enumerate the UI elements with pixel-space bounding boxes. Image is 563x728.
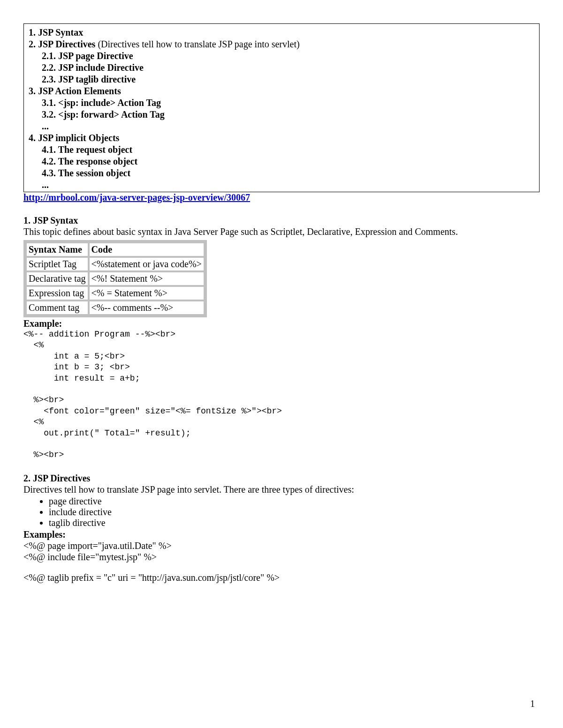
list-item: taglib directive bbox=[49, 518, 540, 528]
toc-item-3-2: 3.2. <jsp: forward> Action Tag bbox=[29, 109, 534, 120]
section-2-title: 2. JSP Directives bbox=[23, 473, 540, 484]
syntax-table: Syntax Name Code Scriptlet Tag <%stateme… bbox=[23, 240, 207, 317]
source-link-row: http://mrbool.com/java-server-pages-jsp-… bbox=[23, 192, 540, 203]
source-link[interactable]: http://mrbool.com/java-server-pages-jsp-… bbox=[23, 192, 250, 203]
table-row: Expression tag <% = Statement %> bbox=[27, 287, 204, 301]
examples-label: Examples: bbox=[23, 529, 540, 540]
toc-item-4-3: 4.3. The session object bbox=[29, 167, 534, 179]
section-2-intro: Directives tell how to translate JSP pag… bbox=[23, 484, 540, 495]
toc-item-2-2: 2.2. JSP include Directive bbox=[29, 62, 534, 74]
toc-item-2-3: 2.3. JSP taglib directive bbox=[29, 74, 534, 85]
table-row: Declarative tag <%! Statement %> bbox=[27, 272, 204, 287]
page-number: 1 bbox=[530, 698, 535, 709]
example-label: Example: bbox=[23, 318, 540, 329]
toc-item-3: 3. JSP Action Elements bbox=[29, 85, 534, 97]
table-row: Scriptlet Tag <%statement or java code%> bbox=[27, 258, 204, 272]
toc-item-4-ellipsis: ... bbox=[29, 179, 534, 191]
directive-example-2: <%@ include file="mytest.jsp" %> bbox=[23, 551, 540, 563]
directive-example-1: <%@ page import="java.util.Date" %> bbox=[23, 540, 540, 551]
directive-list: page directive include directive taglib … bbox=[49, 496, 540, 528]
section-1-title: 1. JSP Syntax bbox=[23, 215, 540, 226]
toc-item-1: 1. JSP Syntax bbox=[29, 27, 534, 38]
toc-item-2-1: 2.1. JSP page Directive bbox=[29, 50, 534, 62]
table-row: Comment tag <%-- comments --%> bbox=[27, 301, 204, 314]
list-item: include directive bbox=[49, 507, 540, 518]
document-page: 1. JSP Syntax 2. JSP Directives (Directi… bbox=[0, 0, 563, 728]
list-item: page directive bbox=[49, 496, 540, 507]
toc-item-3-1: 3.1. <jsp: include> Action Tag bbox=[29, 97, 534, 109]
directive-example-3: <%@ taglib prefix = "c" uri = "http://ja… bbox=[23, 572, 540, 583]
syntax-table-header-code: Code bbox=[90, 243, 204, 258]
section-1-intro: This topic defines about basic syntax in… bbox=[23, 226, 540, 237]
toc-item-2: 2. JSP Directives (Directives tell how t… bbox=[29, 38, 534, 50]
toc-item-4-2: 4.2. The response object bbox=[29, 156, 534, 167]
toc-item-3-ellipsis: ... bbox=[29, 120, 534, 132]
table-of-contents: 1. JSP Syntax 2. JSP Directives (Directi… bbox=[23, 23, 540, 192]
toc-item-4: 4. JSP implicit Objects bbox=[29, 132, 534, 144]
example-code-block: <%-- addition Program --%><br> <% int a … bbox=[23, 329, 540, 461]
syntax-table-header-name: Syntax Name bbox=[27, 243, 90, 258]
toc-item-4-1: 4.1. The request object bbox=[29, 144, 534, 156]
